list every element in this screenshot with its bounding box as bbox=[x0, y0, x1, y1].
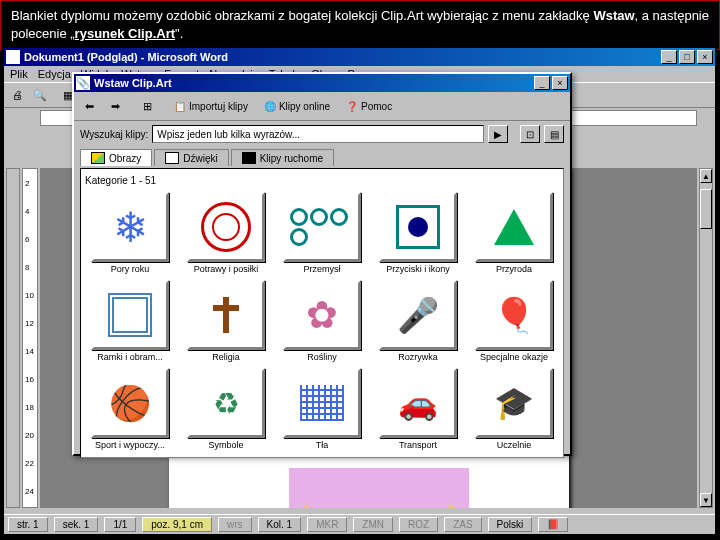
category-name: Potrawy i posiłki bbox=[194, 264, 259, 274]
thumbnail bbox=[187, 192, 265, 262]
clipart-category-ball[interactable]: 🏀Sport i wypoczy... bbox=[85, 368, 175, 450]
clipart-dialog: 📎 Wstaw Clip.Art _ × ⬅ ➡ ⊞ 📋 Importuj kl… bbox=[72, 72, 572, 456]
menu-plik[interactable]: Plik bbox=[10, 68, 28, 80]
category-name: Religia bbox=[212, 352, 240, 362]
clipart-category-balloons[interactable]: 🎈Specjalne okazje bbox=[469, 280, 559, 362]
clipart-category-cross[interactable]: Religia bbox=[181, 280, 271, 362]
minimize-button[interactable]: _ bbox=[661, 50, 677, 64]
thumbnail: 🎓 bbox=[475, 368, 553, 438]
clipart-grid: ❄Pory rokuPotrawy i posiłkiPrzemysłPrzyc… bbox=[85, 192, 559, 450]
print-button[interactable]: 🖨 bbox=[6, 85, 28, 105]
category-name: Sport i wypoczy... bbox=[95, 440, 165, 450]
search-options-button[interactable]: ⊡ bbox=[520, 125, 540, 143]
tab-images[interactable]: Obrazy bbox=[80, 149, 152, 166]
clipart-titlebar: 📎 Wstaw Clip.Art _ × bbox=[74, 74, 570, 92]
status-mode-roz[interactable]: ROZ bbox=[399, 517, 438, 532]
thumbnail: ✿ bbox=[283, 280, 361, 350]
clipart-close-button[interactable]: × bbox=[552, 76, 568, 90]
search-input[interactable] bbox=[152, 125, 484, 143]
thumbnail bbox=[283, 192, 361, 262]
clipart-category-tree[interactable]: Przyroda bbox=[469, 192, 559, 274]
status-language: Polski bbox=[488, 517, 533, 532]
clipart-category-grid[interactable]: Tła bbox=[277, 368, 367, 450]
thumbnail bbox=[283, 368, 361, 438]
status-column: Kol. 1 bbox=[258, 517, 302, 532]
zoom-button[interactable]: 🔍 bbox=[29, 85, 51, 105]
category-name: Przemysł bbox=[303, 264, 340, 274]
status-section: sek. 1 bbox=[54, 517, 99, 532]
clipart-category-plate[interactable]: Potrawy i posiłki bbox=[181, 192, 271, 274]
clipart-category-flower[interactable]: ✿Rośliny bbox=[277, 280, 367, 362]
category-name: Specjalne okazje bbox=[480, 352, 548, 362]
thumbnail: ❄ bbox=[91, 192, 169, 262]
clipart-category-snowflake[interactable]: ❄Pory roku bbox=[85, 192, 175, 274]
thumbnail bbox=[187, 280, 265, 350]
clipart-category-recycle[interactable]: ♻Symbole bbox=[181, 368, 271, 450]
thumbnail: 🚗 bbox=[379, 368, 457, 438]
category-name: Pory roku bbox=[111, 264, 150, 274]
search-label: Wyszukaj klipy: bbox=[80, 129, 148, 140]
movie-icon bbox=[242, 152, 256, 164]
sound-icon bbox=[165, 152, 179, 164]
inserted-clipart[interactable] bbox=[289, 468, 469, 508]
tree-button[interactable]: ⊞ bbox=[135, 95, 159, 117]
back-button[interactable]: ⬅ bbox=[77, 95, 101, 117]
category-name: Rozrywka bbox=[398, 352, 438, 362]
instruction-text: Blankiet dyplomu możemy ozdobić obrazkam… bbox=[0, 0, 720, 50]
clipart-category-cap[interactable]: 🎓Uczelnie bbox=[469, 368, 559, 450]
thumbnail bbox=[475, 192, 553, 262]
clipart-category-gears[interactable]: Przemysł bbox=[277, 192, 367, 274]
vertical-ruler: 24681012141618202224 bbox=[22, 168, 38, 508]
thumbnail bbox=[91, 280, 169, 350]
status-mode-zas[interactable]: ZAS bbox=[444, 517, 481, 532]
clipart-minimize-button[interactable]: _ bbox=[534, 76, 550, 90]
word-title: Dokument1 (Podgląd) - Microsoft Word bbox=[24, 51, 661, 63]
status-book-icon: 📕 bbox=[538, 517, 568, 532]
word-window: W Dokument1 (Podgląd) - Microsoft Word _… bbox=[2, 46, 717, 536]
word-titlebar: W Dokument1 (Podgląd) - Microsoft Word _… bbox=[4, 48, 715, 66]
clipart-body: Kategorie 1 - 51 ❄Pory rokuPotrawy i pos… bbox=[80, 168, 564, 458]
tab-motion[interactable]: Klipy ruchome bbox=[231, 149, 334, 166]
scroll-thumb[interactable] bbox=[700, 189, 712, 229]
thumbnail bbox=[379, 192, 457, 262]
clipart-category-frame[interactable]: Ramki i obram... bbox=[85, 280, 175, 362]
status-page: str. 1 bbox=[8, 517, 48, 532]
status-mode-mkr[interactable]: MKR bbox=[307, 517, 347, 532]
status-mode-zmn[interactable]: ZMN bbox=[353, 517, 393, 532]
category-name: Symbole bbox=[208, 440, 243, 450]
close-button[interactable]: × bbox=[697, 50, 713, 64]
category-name: Przyroda bbox=[496, 264, 532, 274]
clipart-help-button[interactable]: ❓ Pomoc bbox=[339, 95, 399, 117]
clipart-app-icon: 📎 bbox=[76, 76, 90, 90]
vertical-scrollbar[interactable]: ▲ ▼ bbox=[699, 168, 713, 508]
thumbnail: ♻ bbox=[187, 368, 265, 438]
scroll-down-arrow[interactable]: ▼ bbox=[700, 493, 712, 507]
clipart-category-dot[interactable]: Przyciski i ikony bbox=[373, 192, 463, 274]
status-bar: str. 1 sek. 1 1/1 poz. 9,1 cm wrs Kol. 1… bbox=[4, 514, 715, 534]
status-line: wrs bbox=[218, 517, 252, 532]
side-toolbox bbox=[6, 168, 20, 508]
status-position: poz. 9,1 cm bbox=[142, 517, 212, 532]
word-app-icon: W bbox=[6, 50, 20, 64]
menu-edycja[interactable]: Edycja bbox=[38, 68, 71, 80]
scroll-up-arrow[interactable]: ▲ bbox=[700, 169, 712, 183]
search-go-button[interactable]: ▶ bbox=[488, 125, 508, 143]
clips-online-button[interactable]: 🌐 Klipy online bbox=[257, 95, 337, 117]
category-label: Kategorie 1 - 51 bbox=[85, 173, 559, 192]
clipart-category-car[interactable]: 🚗Transport bbox=[373, 368, 463, 450]
maximize-button[interactable]: □ bbox=[679, 50, 695, 64]
category-name: Tła bbox=[316, 440, 329, 450]
category-name: Transport bbox=[399, 440, 437, 450]
thumbnail: 🏀 bbox=[91, 368, 169, 438]
forward-button[interactable]: ➡ bbox=[103, 95, 127, 117]
tab-sounds[interactable]: Dźwięki bbox=[154, 149, 228, 166]
category-name: Przyciski i ikony bbox=[386, 264, 450, 274]
search-view-button[interactable]: ▤ bbox=[544, 125, 564, 143]
category-name: Rośliny bbox=[307, 352, 337, 362]
clipart-search-row: Wyszukaj klipy: ▶ ⊡ ▤ bbox=[74, 121, 570, 147]
clipart-title: Wstaw Clip.Art bbox=[94, 77, 534, 89]
clipart-category-mic[interactable]: 🎤Rozrywka bbox=[373, 280, 463, 362]
category-name: Uczelnie bbox=[497, 440, 532, 450]
status-pagecount: 1/1 bbox=[104, 517, 136, 532]
import-clips-button[interactable]: 📋 Importuj klipy bbox=[167, 95, 255, 117]
